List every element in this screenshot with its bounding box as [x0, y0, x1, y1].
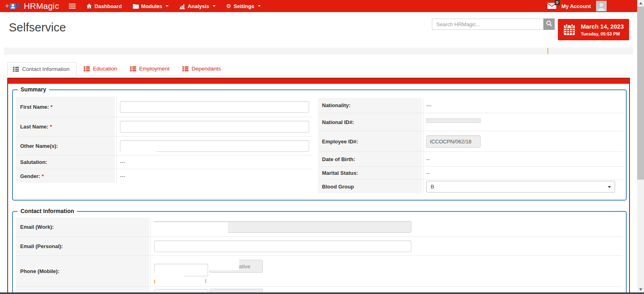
search-input[interactable] — [432, 19, 543, 30]
field-value-cell — [422, 135, 623, 148]
field-label: Email (Work): — [16, 217, 149, 236]
vertical-scrollbar[interactable] — [637, 0, 644, 294]
page-title: Selfservice — [9, 21, 66, 34]
redacted-value-bar — [426, 118, 481, 123]
brand-mark-icon — [10, 3, 16, 9]
summary-right-column: Nationality:---National ID#:Employee ID#… — [318, 98, 623, 194]
field-value-cell: ative — [149, 256, 622, 286]
salutation-row: Salutation:--- — [16, 155, 312, 169]
phone-mobile-row: Phone (Mobile):ative — [16, 256, 622, 287]
nav-item-dashboard[interactable]: Dashboard — [86, 3, 122, 9]
last-name-input[interactable] — [120, 121, 309, 133]
tab-label: Dependants — [192, 66, 221, 72]
field-label-text: Email (Personal): — [20, 243, 63, 249]
brand-logo[interactable]: +M HRMagic — [5, 1, 59, 11]
field-label: First Name:* — [16, 97, 115, 117]
navbar-right-group: 0 My Account — [547, 0, 607, 12]
nav-item-modules[interactable]: Modules — [132, 3, 169, 9]
tab-label: Employment — [139, 66, 169, 72]
phone-alternative-box[interactable]: ative — [210, 260, 263, 273]
search-icon — [546, 20, 553, 28]
field-label: Salutation: — [16, 155, 115, 169]
my-account-link[interactable]: My Account — [561, 3, 591, 9]
field-label: Nationality: — [318, 98, 422, 113]
list-icon — [182, 66, 188, 71]
first-name-row: First Name:* — [16, 97, 312, 117]
tab-dependants[interactable]: Dependants — [177, 62, 227, 76]
marital-status-value: -- — [426, 170, 430, 176]
phone-mobile-input-wrap — [154, 260, 208, 276]
home-icon — [86, 3, 92, 9]
mail-count-badge: 0 — [555, 0, 560, 5]
field-value-cell: -- — [422, 170, 623, 176]
hamburger-menu-icon[interactable] — [69, 4, 76, 9]
brand-plus-glyph: + — [5, 2, 9, 10]
redaction-patch — [154, 222, 228, 235]
blood-group-selected-option: B — [431, 184, 434, 190]
nav-item-settings[interactable]: ⚙ Settings — [226, 3, 261, 9]
field-label: National ID#: — [318, 113, 422, 131]
chevron-down-icon — [258, 5, 261, 7]
email-personal-input[interactable] — [154, 240, 411, 252]
field-label-text: Last Name: — [20, 124, 48, 130]
avatar[interactable] — [596, 1, 607, 11]
field-label-text: Gender: — [20, 173, 40, 179]
email-work-input-wrap — [154, 221, 411, 233]
field-label: Gender:* — [16, 169, 115, 183]
redacted-fragment — [154, 280, 155, 284]
tab-contact-information[interactable]: Contact Information — [7, 62, 76, 76]
email-personal-row: Email (Personal): — [16, 237, 622, 256]
field-label: Phone (Mobile): — [16, 256, 149, 286]
field-value-cell — [115, 121, 312, 133]
employee-id-input[interactable] — [426, 135, 481, 148]
chevron-down-icon — [165, 5, 169, 7]
first-name-input[interactable] — [120, 101, 309, 113]
redaction-patch — [154, 273, 184, 279]
field-label: Email (Personal): — [16, 237, 149, 255]
messages-button[interactable]: 0 — [547, 3, 556, 10]
phone-alt-text-fragment: ative — [239, 260, 251, 272]
list-icon — [13, 67, 19, 72]
top-navbar: +M HRMagic Dashboard Modules Analysis ⚙ … — [0, 0, 637, 12]
last-name-row: Last Name:* — [16, 117, 312, 137]
field-label-text: National ID#: — [322, 119, 354, 125]
date-of-birth-value: -- — [426, 156, 430, 162]
blood-group-row: Blood GroupB — [318, 180, 623, 194]
list-icon — [84, 66, 90, 71]
field-label-text: Employee ID#: — [322, 139, 358, 145]
field-label-text: First Name: — [20, 104, 49, 110]
salutation-value: --- — [120, 159, 125, 165]
bottom-screen-edge — [0, 292, 644, 294]
scrollbar-thumb[interactable] — [637, 6, 644, 180]
nationality-value: --- — [426, 102, 431, 108]
panel-accent-bar — [8, 79, 629, 84]
tab-label: Contact Information — [22, 66, 70, 72]
tab-employment[interactable]: Employment — [124, 62, 175, 76]
search-button[interactable] — [543, 19, 555, 30]
nav-item-label: Modules — [141, 3, 163, 9]
field-label-text: Email (Work): — [20, 224, 54, 230]
scroll-up-button[interactable] — [637, 0, 644, 6]
field-value-cell — [115, 101, 312, 113]
field-value-cell — [115, 140, 312, 152]
other-name-s-input-wrap — [120, 140, 309, 152]
employee-id-row: Employee ID#: — [318, 131, 623, 152]
blood-group-select[interactable]: B — [426, 181, 615, 193]
field-label-text: Marital Status: — [322, 170, 358, 176]
contact-rows: Email (Work):Email (Personal):Phone (Mob… — [16, 217, 622, 294]
nav-item-analysis[interactable]: Analysis — [179, 3, 215, 9]
field-label-text: Phone (Mobile): — [20, 268, 60, 274]
field-value-cell — [422, 118, 623, 126]
chevron-down-icon — [608, 186, 611, 188]
summary-left-column: First Name:*Last Name:*Other Name(s):Sal… — [16, 97, 312, 183]
tab-education[interactable]: Education — [78, 62, 123, 76]
field-label-text: Other Name(s): — [20, 143, 58, 149]
field-value-cell: B — [422, 181, 623, 193]
gear-icon: ⚙ — [226, 3, 231, 9]
section-legend: Contact Information — [18, 208, 77, 214]
field-value-cell: --- — [115, 159, 312, 165]
redacted-fragment — [547, 48, 548, 54]
field-value-cell — [149, 221, 622, 233]
scroll-down-button[interactable] — [637, 286, 644, 292]
redaction-patch — [210, 260, 239, 270]
